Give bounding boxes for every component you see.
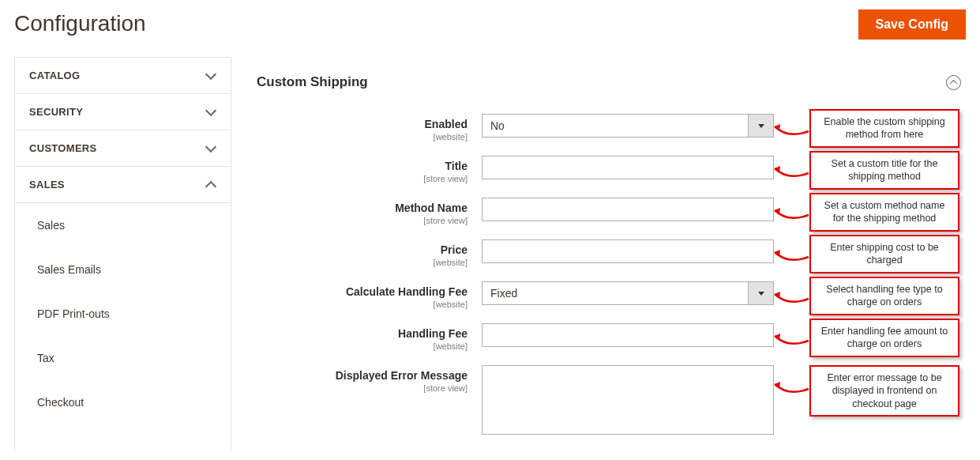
- field-label-wrap: Method Name [store view]: [257, 198, 482, 225]
- caret-down-icon: [748, 282, 773, 304]
- annotation-arrow-icon: [772, 122, 812, 139]
- field-scope: [website]: [257, 300, 467, 309]
- field-label-wrap: Enabled [website]: [257, 114, 482, 141]
- field-label: Price: [441, 243, 467, 256]
- page-title: Configuration: [14, 11, 146, 36]
- collapse-section-icon[interactable]: [946, 75, 961, 90]
- field-row-calc-handling: Calculate Handling Fee [website] Fixed S…: [257, 281, 966, 309]
- field-label-wrap: Displayed Error Message [store view]: [257, 365, 482, 393]
- field-row-enabled: Enabled [website] No Enable the custom s…: [257, 114, 966, 141]
- field-label-wrap: Handling Fee [website]: [257, 323, 482, 351]
- select-value: Fixed: [482, 282, 748, 304]
- field-scope: [website]: [257, 341, 467, 351]
- field-row-method-name: Method Name [store view] Set a custom me…: [257, 198, 966, 225]
- sidebar-sales-subitems: Sales Sales Emails PDF Print-outs Tax Ch…: [15, 203, 231, 424]
- annotation-arrow-icon: [772, 289, 812, 307]
- sidebar-section-sales[interactable]: SALES: [15, 167, 231, 203]
- field-label: Title: [445, 160, 467, 172]
- callout-price: Enter shipping cost to be charged: [809, 235, 959, 273]
- field-row-handling-fee: Handling Fee [website] Enter handling fe…: [257, 323, 966, 351]
- calc-handling-select[interactable]: Fixed: [482, 281, 774, 305]
- chevron-up-icon: [205, 179, 216, 190]
- method-name-input[interactable]: [482, 198, 774, 221]
- field-row-error-message: Displayed Error Message [store view] Ent…: [257, 365, 966, 438]
- sidebar-item-pdf-printouts[interactable]: PDF Print-outs: [15, 292, 231, 336]
- chevron-down-icon: [205, 143, 216, 154]
- field-scope: [website]: [257, 132, 467, 141]
- caret-down-icon: [748, 115, 773, 137]
- field-label-wrap: Calculate Handling Fee [website]: [257, 281, 482, 309]
- sidebar-section-label: SALES: [29, 179, 65, 190]
- callout-calc-handling: Select handling fee type to charge on or…: [809, 277, 959, 315]
- save-config-button[interactable]: Save Config: [858, 9, 966, 40]
- callout-handling-fee: Enter handling fee amount to charge on o…: [809, 319, 959, 357]
- field-label: Displayed Error Message: [336, 369, 467, 382]
- sidebar-section-label: CATALOG: [29, 70, 80, 81]
- sidebar-section-label: CUSTOMERS: [29, 142, 97, 154]
- field-label-wrap: Title [store view]: [257, 156, 482, 183]
- title-input[interactable]: [482, 156, 774, 179]
- sidebar-section-label: SECURITY: [29, 106, 83, 118]
- annotation-arrow-icon: [772, 247, 812, 265]
- annotation-arrow-icon: [772, 379, 812, 397]
- chevron-down-icon: [205, 107, 216, 118]
- callout-enabled: Enable the custom shipping method from h…: [809, 109, 959, 148]
- field-scope: [website]: [257, 258, 467, 267]
- field-scope: [store view]: [257, 174, 467, 183]
- callout-error-message: Enter error message to be displayed in f…: [809, 365, 959, 417]
- field-label: Handling Fee: [398, 327, 467, 340]
- field-row-price: Price [website] Enter shipping cost to b…: [257, 239, 966, 267]
- field-label: Enabled: [425, 118, 467, 130]
- field-scope: [store view]: [257, 216, 467, 225]
- select-value: No: [482, 115, 748, 137]
- field-label: Method Name: [395, 202, 467, 214]
- sidebar: CATALOG SECURITY CUSTOMERS SALES Sales S…: [14, 57, 231, 452]
- field-label: Calculate Handling Fee: [346, 285, 467, 298]
- annotation-arrow-icon: [772, 331, 812, 349]
- sidebar-section-customers[interactable]: CUSTOMERS: [15, 130, 231, 167]
- annotation-arrow-icon: [772, 164, 812, 181]
- error-message-textarea[interactable]: [482, 365, 774, 435]
- field-scope: [store view]: [257, 383, 467, 393]
- callout-method-name: Set a custom method name for the shippin…: [809, 193, 959, 232]
- callout-title: Set a custom title for the shipping meth…: [809, 151, 959, 190]
- content-area: Custom Shipping Enabled [website] No Ena…: [231, 57, 966, 452]
- handling-fee-input[interactable]: [482, 323, 774, 347]
- sidebar-section-security[interactable]: SECURITY: [15, 94, 231, 130]
- section-title: Custom Shipping: [257, 74, 368, 90]
- annotation-arrow-icon: [772, 205, 812, 223]
- price-input[interactable]: [482, 239, 774, 263]
- sidebar-item-checkout[interactable]: Checkout: [15, 380, 231, 424]
- sidebar-item-sales[interactable]: Sales: [15, 203, 231, 247]
- sidebar-section-catalog[interactable]: CATALOG: [15, 58, 231, 94]
- chevron-down-icon: [205, 70, 216, 81]
- enabled-select[interactable]: No: [482, 114, 774, 138]
- field-label-wrap: Price [website]: [257, 239, 482, 267]
- sidebar-item-sales-emails[interactable]: Sales Emails: [15, 247, 231, 292]
- field-row-title: Title [store view] Set a custom title fo…: [257, 156, 966, 183]
- sidebar-item-tax[interactable]: Tax: [15, 336, 231, 380]
